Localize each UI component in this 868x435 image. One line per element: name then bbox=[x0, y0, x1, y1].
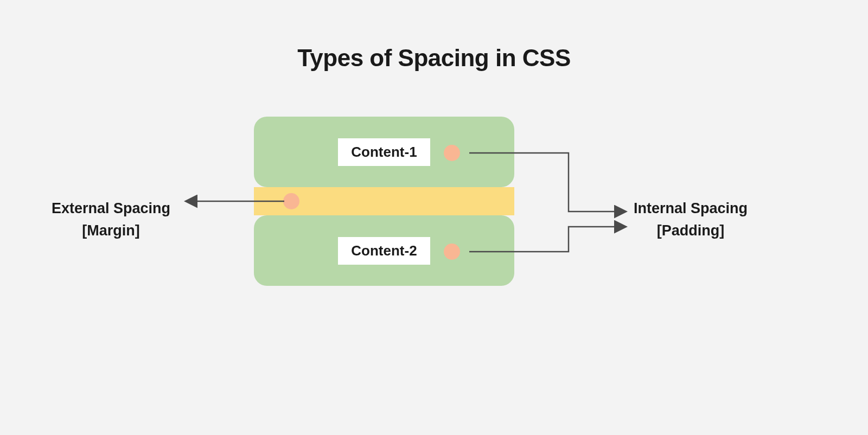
internal-spacing-label: Internal Spacing [Padding] bbox=[634, 197, 748, 241]
content-label-1: Content-1 bbox=[338, 138, 430, 166]
external-label-line2: [Margin] bbox=[52, 220, 170, 242]
external-label-line1: External Spacing bbox=[52, 197, 170, 220]
content-label-2: Content-2 bbox=[338, 237, 430, 265]
margin-gap bbox=[254, 187, 514, 215]
diagram-title: Types of Spacing in CSS bbox=[297, 44, 571, 72]
margin-dot bbox=[283, 193, 299, 209]
internal-label-line2: [Padding] bbox=[634, 220, 748, 242]
content-box-1: Content-1 bbox=[254, 117, 514, 187]
diagram-stack: Content-1 Content-2 bbox=[254, 117, 514, 286]
internal-label-line1: Internal Spacing bbox=[634, 197, 748, 220]
external-spacing-label: External Spacing [Margin] bbox=[52, 197, 170, 241]
padding-dot-1 bbox=[444, 145, 460, 161]
content-box-2: Content-2 bbox=[254, 215, 514, 286]
padding-dot-2 bbox=[444, 244, 460, 260]
